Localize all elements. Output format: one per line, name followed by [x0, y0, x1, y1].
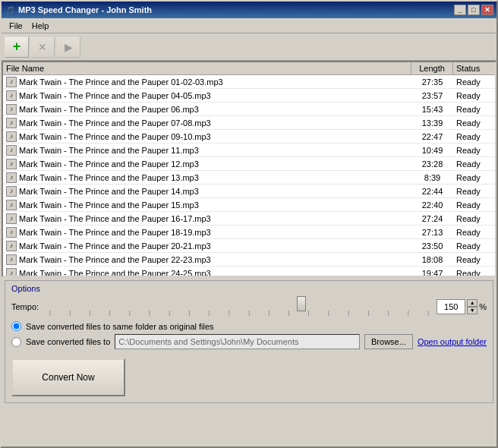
table-row[interactable]: ♪ Mark Twain - The Prince and the Pauper… — [3, 89, 495, 103]
maximize-button[interactable]: □ — [468, 5, 480, 15]
file-length: 22:44 — [411, 187, 453, 196]
radio-same-folder-label: Save converted files to same folder as o… — [26, 322, 214, 331]
file-icon: ♪ — [6, 104, 17, 115]
table-row[interactable]: ♪ Mark Twain - The Prince and the Pauper… — [3, 144, 495, 157]
file-icon: ♪ — [6, 145, 17, 156]
tempo-input[interactable] — [437, 299, 465, 314]
file-name: ♪ Mark Twain - The Prince and the Pauper… — [3, 200, 411, 210]
tempo-value-container: ▲ ▼ % — [437, 299, 487, 314]
file-length: 23:28 — [411, 159, 453, 169]
file-status: Ready — [453, 269, 495, 278]
table-row[interactable]: ♪ Mark Twain - The Prince and the Pauper… — [3, 157, 495, 171]
percent-label: % — [479, 302, 487, 311]
table-row[interactable]: ♪ Mark Twain - The Prince and the Pauper… — [3, 185, 495, 198]
file-length: 27:35 — [411, 77, 453, 87]
close-button[interactable]: ✕ — [481, 5, 493, 15]
file-name: ♪ Mark Twain - The Prince and the Pauper… — [3, 227, 411, 238]
file-status: Ready — [453, 187, 495, 196]
menu-file[interactable]: File — [5, 20, 27, 32]
file-list-header: File Name Length Status — [3, 62, 495, 75]
file-length: 22:40 — [411, 200, 453, 210]
file-status: Ready — [453, 77, 495, 87]
file-status: Ready — [453, 200, 495, 210]
window-controls: _ □ ✕ — [454, 5, 493, 15]
file-status: Ready — [453, 91, 495, 100]
main-window: 🎵 MP3 Speed Changer - John Smith _ □ ✕ F… — [0, 0, 498, 448]
file-icon: ♪ — [6, 268, 17, 278]
file-icon: ♪ — [6, 241, 17, 251]
tempo-decrement[interactable]: ▼ — [467, 307, 478, 314]
radio-custom-folder[interactable] — [11, 337, 21, 347]
file-rows: ♪ Mark Twain - The Prince and the Pauper… — [3, 75, 495, 277]
file-name: ♪ Mark Twain - The Prince and the Pauper… — [3, 241, 411, 251]
menu-help[interactable]: Help — [27, 20, 54, 32]
file-name: ♪ Mark Twain - The Prince and the Pauper… — [3, 145, 411, 156]
file-length: 13:39 — [411, 118, 453, 128]
file-length: 19:47 — [411, 269, 453, 278]
file-list[interactable]: File Name Length Status ♪ Mark Twain - T… — [2, 61, 496, 277]
table-row[interactable]: ♪ Mark Twain - The Prince and the Pauper… — [3, 130, 495, 144]
radio-same-folder-row: Save converted files to same folder as o… — [11, 321, 487, 331]
file-name: ♪ Mark Twain - The Prince and the Pauper… — [3, 131, 411, 142]
minimize-button[interactable]: _ — [454, 5, 466, 15]
file-length: 18:08 — [411, 255, 453, 264]
file-length: 27:13 — [411, 228, 453, 237]
remove-files-button[interactable]: ✕ — [30, 36, 55, 58]
browse-button[interactable]: Browse... — [364, 334, 413, 349]
slider-container: | | | | | | | | | | | | | | | — [48, 298, 430, 315]
file-name: ♪ Mark Twain - The Prince and the Pauper… — [3, 118, 411, 128]
table-row[interactable]: ♪ Mark Twain - The Prince and the Pauper… — [3, 75, 495, 89]
radio-custom-folder-row: Save converted files to Browse... Open o… — [11, 334, 487, 349]
add-files-button[interactable]: + — [5, 36, 29, 58]
file-icon: ♪ — [6, 186, 17, 197]
file-name: ♪ Mark Twain - The Prince and the Pauper… — [3, 90, 411, 101]
table-row[interactable]: ♪ Mark Twain - The Prince and the Pauper… — [3, 171, 495, 185]
radio-same-folder[interactable] — [11, 321, 21, 331]
column-length: Length — [411, 62, 453, 74]
menu-bar: File Help — [2, 18, 496, 33]
table-row[interactable]: ♪ Mark Twain - The Prince and the Pauper… — [3, 253, 495, 267]
file-length: 27:24 — [411, 214, 453, 223]
file-icon: ♪ — [6, 118, 17, 128]
table-row[interactable]: ♪ Mark Twain - The Prince and the Pauper… — [3, 267, 495, 277]
window-title: MP3 Speed Changer - John Smith — [18, 5, 152, 14]
file-icon: ♪ — [6, 131, 17, 142]
open-folder-button[interactable]: Open output folder — [418, 337, 487, 346]
file-length: 15:43 — [411, 105, 453, 114]
spinner-buttons: ▲ ▼ — [467, 299, 478, 314]
file-status: Ready — [453, 159, 495, 169]
file-status: Ready — [453, 132, 495, 141]
table-row[interactable]: ♪ Mark Twain - The Prince and the Pauper… — [3, 212, 495, 226]
table-row[interactable]: ♪ Mark Twain - The Prince and the Pauper… — [3, 103, 495, 116]
tempo-slider[interactable] — [48, 298, 430, 310]
file-length: 23:50 — [411, 241, 453, 251]
file-status: Ready — [453, 255, 495, 264]
file-status: Ready — [453, 105, 495, 114]
tempo-increment[interactable]: ▲ — [467, 299, 478, 307]
add-icon: + — [13, 39, 21, 55]
remove-icon: ✕ — [38, 41, 47, 53]
slider-ticks: | | | | | | | | | | | | | | | — [48, 310, 430, 315]
file-name: ♪ Mark Twain - The Prince and the Pauper… — [3, 268, 411, 278]
column-filename: File Name — [3, 62, 411, 74]
file-status: Ready — [453, 228, 495, 237]
file-icon: ♪ — [6, 172, 17, 183]
table-row[interactable]: ♪ Mark Twain - The Prince and the Pauper… — [3, 226, 495, 239]
table-row[interactable]: ♪ Mark Twain - The Prince and the Pauper… — [3, 239, 495, 253]
title-bar: 🎵 MP3 Speed Changer - John Smith _ □ ✕ — [2, 2, 496, 18]
options-title: Options — [11, 284, 487, 293]
table-row[interactable]: ♪ Mark Twain - The Prince and the Pauper… — [3, 198, 495, 212]
play-button[interactable]: ▶ — [56, 36, 80, 58]
tempo-label: Tempo: — [11, 302, 42, 311]
options-panel: Options Tempo: | | | | | | | | | — [5, 280, 493, 403]
table-row[interactable]: ♪ Mark Twain - The Prince and the Pauper… — [3, 116, 495, 130]
file-status: Ready — [453, 146, 495, 155]
file-icon: ♪ — [6, 213, 17, 224]
radio-custom-folder-label: Save converted files to — [26, 337, 110, 346]
convert-button[interactable]: Convert Now — [11, 358, 125, 396]
file-length: 22:47 — [411, 132, 453, 141]
save-path-input[interactable] — [115, 334, 360, 349]
file-length: 8:39 — [411, 173, 453, 182]
file-name: ♪ Mark Twain - The Prince and the Pauper… — [3, 254, 411, 265]
file-status: Ready — [453, 173, 495, 182]
